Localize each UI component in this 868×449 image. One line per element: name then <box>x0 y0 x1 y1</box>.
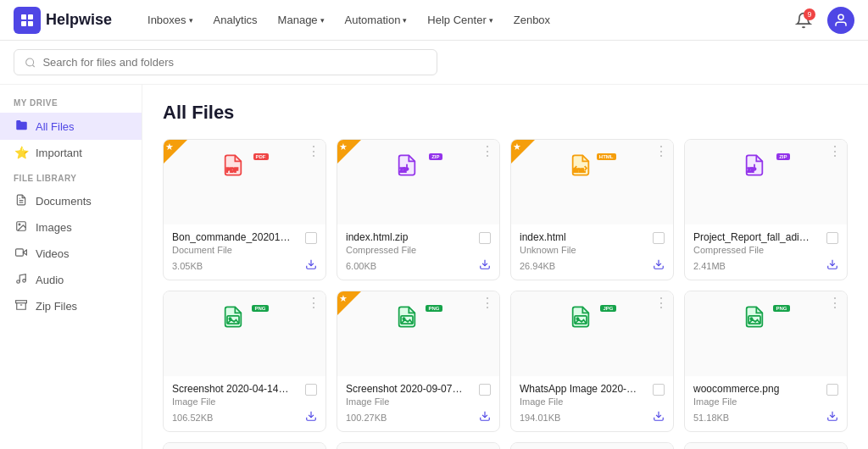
nav-automation[interactable]: Automation ▾ <box>337 8 416 31</box>
file-menu-button[interactable]: ⋮ <box>307 297 320 310</box>
star-icon: ★ <box>165 141 174 152</box>
file-card[interactable]: ⋮ PNG woocommerce.png Image File 51.18KB <box>684 291 848 432</box>
file-card[interactable]: ★ ⋮ HTML HTML index.html Unknown File 26… <box>510 139 674 280</box>
nav-manage[interactable]: Manage ▾ <box>270 8 333 31</box>
file-checkbox[interactable] <box>479 384 491 396</box>
file-checkbox[interactable] <box>653 232 665 244</box>
file-card-preview: ⋮ JPG <box>337 443 499 449</box>
file-name-row: index.html.zip <box>346 231 491 244</box>
sidebar-item-audio[interactable]: Audio <box>0 267 142 293</box>
brand-name: Helpwise <box>46 11 112 29</box>
file-ext-badge: ZIP <box>429 153 442 160</box>
file-card[interactable]: ★ ⋮ PDF PDF Bon_commande_202010191... Do… <box>163 139 326 280</box>
file-size: 26.94KB <box>520 261 555 271</box>
file-name-row: Project_Report_fall_aditya_.... <box>693 231 838 244</box>
download-button[interactable] <box>826 410 838 424</box>
file-card[interactable]: ⋮ CSV data_export.csv Spreadsheet File 1… <box>684 442 848 449</box>
file-card[interactable]: ⋮ ZIP ZIP Project_Report_fall_aditya_...… <box>684 139 848 280</box>
file-checkbox[interactable] <box>826 384 838 396</box>
file-card[interactable]: ★ ⋮ PNG Screenshot 2020-09-07 at 2.... I… <box>337 291 500 432</box>
file-checkbox[interactable] <box>305 384 317 396</box>
file-name: woocommerce.png <box>693 383 779 395</box>
file-card[interactable]: ★ ⋮ ZIP ZIP index.html.zip Compressed Fi… <box>337 139 500 280</box>
file-checkbox[interactable] <box>826 232 838 244</box>
svg-rect-15 <box>16 301 27 303</box>
nav-analytics[interactable]: Analytics <box>205 8 266 31</box>
nav-zenbox[interactable]: Zenbox <box>505 8 559 31</box>
content-area: All Files ★ ⋮ PDF PDF Bon_commande_20201… <box>142 85 868 449</box>
file-type: Unknown File <box>520 245 665 255</box>
svg-rect-1 <box>28 14 33 19</box>
file-card-preview: ⋮ JPG <box>511 443 673 449</box>
file-size: 194.01KB <box>520 413 560 423</box>
file-card[interactable]: ⋮ JPG image_file_1.jpg Image File 45.00K… <box>163 442 326 449</box>
file-checkbox[interactable] <box>479 232 491 244</box>
file-library-label: FILE LIBRARY <box>0 174 142 188</box>
file-card[interactable]: ⋮ JPG image_file_2.jpg Image File 32.00K… <box>337 442 500 449</box>
files-grid: ★ ⋮ PDF PDF Bon_commande_202010191... Do… <box>163 139 848 449</box>
file-menu-button[interactable]: ⋮ <box>828 297 842 310</box>
sidebar-item-zip-files[interactable]: Zip Files <box>0 293 142 319</box>
file-type: Image File <box>520 396 665 407</box>
star-icon: ⭐ <box>14 146 29 159</box>
file-icon: PDF PDF <box>221 153 269 211</box>
file-menu-button[interactable]: ⋮ <box>654 145 668 158</box>
download-button[interactable] <box>305 258 317 273</box>
sidebar-item-all-files[interactable]: All Files <box>0 113 142 140</box>
file-menu-button[interactable]: ⋮ <box>307 145 320 158</box>
user-avatar[interactable] <box>827 7 854 34</box>
svg-point-5 <box>26 58 34 65</box>
download-button[interactable] <box>305 410 317 424</box>
download-button[interactable] <box>653 258 665 273</box>
folder-icon <box>14 119 29 134</box>
nav-inboxes[interactable]: Inboxes ▾ <box>139 8 202 31</box>
file-card-info: index.html Unknown File 26.94KB <box>511 224 673 280</box>
file-card[interactable]: ⋮ JPG image_file_3.jpg Image File 78.00K… <box>510 442 674 449</box>
sidebar-item-documents[interactable]: Documents <box>0 188 142 214</box>
file-checkbox[interactable] <box>653 384 665 396</box>
file-card[interactable]: ⋮ PNG Screenshot 2020-04-14 at 3.... Ima… <box>163 291 326 432</box>
star-icon: ★ <box>339 293 348 304</box>
file-menu-button[interactable]: ⋮ <box>654 297 668 310</box>
file-card-info: index.html.zip Compressed File 6.00KB <box>337 224 499 280</box>
file-ext-badge: PNG <box>252 305 268 312</box>
download-button[interactable] <box>653 410 665 424</box>
logo[interactable]: Helpwise <box>14 7 112 34</box>
file-checkbox[interactable] <box>305 232 317 244</box>
file-menu-button[interactable]: ⋮ <box>481 145 494 158</box>
file-icon: PNG <box>395 305 442 363</box>
download-button[interactable] <box>479 258 491 273</box>
file-size-row: 100.27KB <box>346 410 491 424</box>
file-menu-button[interactable]: ⋮ <box>481 297 494 310</box>
sidebar-item-videos[interactable]: Videos <box>0 241 142 267</box>
file-icon: HTML HTML <box>569 153 616 211</box>
file-card-preview: ★ ⋮ PDF PDF <box>164 140 326 224</box>
file-type: Compressed File <box>693 245 838 255</box>
file-name: WhatsApp Image 2020-08-0... <box>520 383 638 395</box>
download-button[interactable] <box>826 258 838 273</box>
file-size-row: 51.18KB <box>693 410 838 424</box>
sidebar-item-important[interactable]: ⭐ Important <box>0 140 142 165</box>
file-name: Bon_commande_202010191... <box>172 231 291 243</box>
sidebar-item-images[interactable]: Images <box>0 214 142 241</box>
notifications-button[interactable]: 9 <box>790 7 817 34</box>
svg-text:ZIP: ZIP <box>399 167 409 173</box>
file-ext-badge: HTML <box>597 153 616 160</box>
download-button[interactable] <box>479 410 491 424</box>
svg-rect-0 <box>21 14 26 19</box>
search-input[interactable] <box>42 56 426 69</box>
file-name: index.html.zip <box>346 231 408 243</box>
star-icon: ★ <box>513 141 521 152</box>
file-icon: ZIP ZIP <box>395 153 442 211</box>
file-card-info: woocommerce.png Image File 51.18KB <box>685 376 847 431</box>
file-ext-badge: ZIP <box>776 153 789 160</box>
file-card-preview: ⋮ JPG <box>164 443 326 449</box>
file-card-preview: ★ ⋮ ZIP ZIP <box>337 140 499 224</box>
nav-helpcenter[interactable]: Help Center ▾ <box>419 8 501 31</box>
file-card[interactable]: ⋮ JPG WhatsApp Image 2020-08-0... Image … <box>510 291 674 432</box>
file-size: 3.05KB <box>172 261 203 271</box>
svg-point-13 <box>17 280 20 284</box>
file-card-preview: ⋮ CSV <box>685 443 847 449</box>
file-menu-button[interactable]: ⋮ <box>828 145 842 158</box>
nav-items: Inboxes ▾ Analytics Manage ▾ Automation … <box>139 8 559 31</box>
